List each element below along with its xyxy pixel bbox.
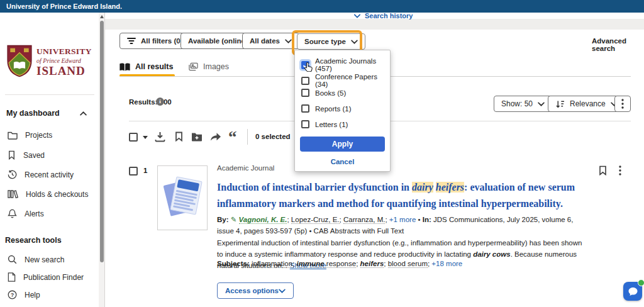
option-label: Letters (1): [315, 121, 348, 128]
save-bookmark-button[interactable]: [175, 131, 183, 143]
result-overflow-menu-button[interactable]: [619, 165, 621, 177]
upei-logo: UNIVERSITY of Prince Edward ISLAND: [6, 44, 92, 78]
bookmark-icon: [175, 131, 183, 142]
sidebar-item-new-search[interactable]: New search: [8, 255, 64, 264]
source-type-button[interactable]: Source type: [297, 33, 365, 50]
checkbox-reports[interactable]: [301, 104, 309, 113]
all-filters-label: All filters (0): [141, 37, 182, 45]
option-label: Academic Journals (457): [315, 57, 390, 72]
result-subjects: Subjects: inflammation; immune response;…: [217, 260, 589, 267]
tab-all-results[interactable]: All results: [119, 62, 173, 71]
access-options-button[interactable]: Access options: [217, 282, 294, 299]
advanced-search-link[interactable]: Advanced search: [592, 37, 644, 52]
images-icon: [189, 62, 198, 71]
show-label: Show: 50: [501, 99, 533, 108]
result-bookmark-button[interactable]: [599, 165, 607, 177]
download-button[interactable]: [155, 131, 165, 144]
sidebar-section-my-dashboard[interactable]: My dashboard: [6, 109, 87, 118]
history-icon: [8, 170, 17, 179]
search-history-label: Search history: [365, 12, 413, 20]
sidebar-item-label: Holds & checkouts: [26, 190, 88, 199]
apply-button[interactable]: Apply: [300, 137, 385, 152]
result-source-type: Academic Journal: [217, 164, 274, 172]
option-label: Reports (1): [315, 105, 352, 113]
quote-icon: [228, 128, 237, 147]
open-book-icon: [119, 63, 130, 71]
thumbnail-paper-front: [170, 176, 203, 215]
cite-button[interactable]: [228, 134, 237, 145]
source-type-dropdown-panel: Academic Journals (457) Conference Paper…: [294, 50, 391, 172]
option-letters[interactable]: Letters (1): [301, 120, 348, 128]
results-count: Results: 500: [129, 98, 172, 106]
access-options-label: Access options: [225, 287, 279, 294]
select-all-caret[interactable]: [143, 136, 148, 139]
chevron-down-icon: [285, 39, 292, 43]
all-filters-button[interactable]: All filters (0): [119, 33, 190, 49]
logo-line2: of Prince Edward: [36, 57, 92, 64]
sidebar-item-recent-activity[interactable]: Recent activity: [8, 170, 74, 179]
sidebar-item-holds-checkouts[interactable]: Holds & checkouts: [8, 189, 88, 199]
institution-title: University of Prince Edward Island.: [6, 3, 122, 10]
document-icon: [8, 272, 16, 282]
checkbox-books[interactable]: [301, 89, 309, 97]
cancel-link[interactable]: Cancel: [295, 158, 390, 165]
sidebar-item-label: Publication Finder: [23, 273, 84, 282]
selected-count: 0 selected: [255, 133, 291, 140]
sort-dropdown[interactable]: Relevance: [548, 96, 625, 112]
sidebar-item-saved[interactable]: Saved: [8, 150, 45, 160]
select-all-checkbox[interactable]: [129, 133, 138, 142]
sidebar: UNIVERSITY of Prince Edward ISLAND My da…: [0, 13, 99, 307]
sidebar-item-label: Help: [25, 291, 40, 299]
sidebar-divider: [5, 94, 94, 95]
result-thumbnail[interactable]: [157, 165, 208, 230]
screen: University of Prince Edward Island. UNIV…: [0, 0, 644, 307]
chevron-down-icon: [354, 14, 360, 18]
option-books[interactable]: Books (5): [301, 89, 346, 97]
advanced-search-label: Advanced search: [592, 37, 626, 52]
result-checkbox[interactable]: [129, 167, 138, 176]
result-title-link[interactable]: Induction of intestinal barrier dysfunct…: [217, 179, 592, 212]
sidebar-item-label: Alerts: [25, 209, 44, 218]
logo-line3: ISLAND: [36, 64, 92, 78]
checkbox-letters[interactable]: [301, 120, 309, 128]
show-per-page-dropdown[interactable]: Show: 50: [494, 96, 552, 112]
add-to-folder-button[interactable]: [191, 132, 203, 143]
search-icon: [8, 255, 17, 264]
option-reports[interactable]: Reports (1): [301, 104, 352, 113]
option-label: Books (5): [315, 89, 346, 97]
option-academic-journals[interactable]: Academic Journals (457): [301, 57, 390, 72]
sidebar-item-label: New search: [25, 255, 64, 264]
chat-bubble-icon: [628, 287, 638, 296]
svg-text:?: ?: [11, 292, 14, 298]
scrollbar-up-arrow[interactable]: [100, 15, 104, 18]
results-overflow-menu-button[interactable]: [614, 96, 631, 112]
sidebar-item-publication-finder[interactable]: Publication Finder: [8, 272, 84, 282]
bookmark-icon: [8, 150, 16, 160]
filter-icon: [127, 37, 136, 45]
result-byline: By: ✎ Vagnoni, K. E.; Lopez-Cruz, E.; Ca…: [217, 214, 585, 237]
sidebar-item-projects[interactable]: Projects: [8, 131, 52, 140]
info-icon[interactable]: [156, 98, 164, 106]
scrollbar-thumb[interactable]: [100, 21, 104, 262]
share-arrow-icon: [210, 132, 221, 142]
search-history-link[interactable]: Search history: [354, 12, 413, 20]
share-button[interactable]: [210, 132, 221, 143]
checkbox-academic-journals[interactable]: [301, 61, 309, 69]
source-type-label: Source type: [304, 38, 346, 45]
checkbox-conference-papers[interactable]: [301, 77, 309, 85]
download-icon: [155, 131, 165, 142]
research-tools-header: Research tools: [5, 236, 62, 245]
chat-online-indicator: [638, 279, 644, 286]
result-number: 1: [143, 167, 147, 174]
option-label: Conference Papers (34): [315, 73, 390, 88]
logo-line1: UNIVERSITY: [36, 47, 92, 57]
sidebar-item-alerts[interactable]: Alerts: [8, 209, 44, 219]
page-background-band: [105, 19, 644, 30]
option-conference-papers[interactable]: Conference Papers (34): [301, 73, 390, 88]
bookmark-icon: [599, 165, 607, 176]
all-dates-button[interactable]: All dates: [242, 33, 299, 49]
tab-images[interactable]: Images: [189, 62, 229, 71]
kebab-menu-icon: [621, 99, 624, 109]
sidebar-item-help[interactable]: ? Help: [8, 290, 40, 299]
tab-images-label: Images: [203, 62, 229, 71]
